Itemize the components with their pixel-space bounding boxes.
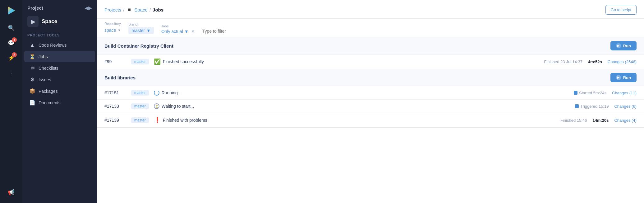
job-branch-pill[interactable]: master — [131, 59, 149, 64]
project-name: Space — [42, 18, 57, 25]
jobs-filter-clear[interactable]: ✕ — [191, 29, 195, 34]
sidebar-item-jobs[interactable]: ⏳ Jobs — [24, 51, 95, 62]
issues-icon: ⚙ — [29, 77, 35, 83]
type-filter-input[interactable] — [202, 29, 264, 34]
branch-value: master — [131, 28, 145, 33]
run-button-1[interactable]: ▶Run — [610, 73, 637, 82]
jobs-filter-value[interactable]: Only actual ▼ — [161, 29, 189, 34]
repository-label: Repository — [104, 22, 121, 26]
sidebar-toggle[interactable]: ◀▶ — [85, 5, 92, 11]
job-group-header-1: Build libraries▶Run — [97, 69, 644, 86]
sidebar-item-label: Checklists — [39, 66, 58, 71]
breadcrumb: Projects / ◾ Space / Jobs — [104, 7, 163, 13]
run-label-0: Run — [623, 44, 631, 48]
megaphone-nav-icon[interactable]: 📢 — [4, 186, 18, 199]
breadcrumb-sep-1: / — [123, 7, 124, 12]
sidebar-item-label: Documents — [39, 100, 61, 105]
running-icon — [154, 90, 159, 96]
job-group-title-1: Build libraries — [104, 75, 136, 80]
sidebar-item-issues[interactable]: ⚙ Issues — [24, 74, 95, 85]
jobs-filter-group: Jobs Only actual ▼ ✕ — [161, 24, 195, 34]
run-icon-0: ▶ — [616, 43, 621, 48]
icon-bar: 🔍 💬 1 ⚡ 2 ⋮ 📢 — [0, 0, 22, 203]
status-text: Finished with problems — [163, 118, 207, 123]
svg-marker-0 — [8, 7, 15, 15]
breadcrumb-space[interactable]: Space — [134, 7, 148, 12]
table-row: #17133master⏳Waiting to start...Triggere… — [97, 100, 644, 113]
main-content: Projects / ◾ Space / Jobs Go to script R… — [97, 0, 644, 203]
breadcrumb-projects[interactable]: Projects — [104, 7, 121, 12]
sidebar-item-code-reviews[interactable]: ▲ Code Reviews — [24, 40, 95, 51]
job-group-title-0: Build Container Registry Client — [104, 43, 173, 49]
sidebar-item-packages[interactable]: 📦 Packages — [24, 85, 95, 97]
repository-value: space — [104, 28, 116, 33]
job-status: ⏳Waiting to start... — [154, 103, 570, 109]
branch-select[interactable]: master ▼ — [128, 27, 154, 34]
job-group-header-0: Build Container Registry Client▶Run — [97, 37, 644, 54]
jobs-list: Build Container Registry Client▶Run#99ma… — [97, 37, 644, 203]
job-status: ❗Finished with problems — [154, 117, 555, 124]
sidebar: Project ◀▶ ▶ Space Project Tools ▲ Code … — [22, 0, 97, 203]
checklists-icon: ✉ — [29, 65, 35, 71]
status-text: Waiting to start... — [162, 104, 194, 109]
job-meta: Finished 23 Jul 14:374m:52sChanges (2546… — [544, 59, 637, 64]
run-button-0[interactable]: ▶Run — [610, 41, 637, 50]
project-icon: ▶ — [27, 16, 39, 27]
project-section: ▶ Space — [22, 13, 97, 32]
chat-nav-icon[interactable]: 💬 1 — [4, 36, 18, 50]
app-logo[interactable] — [4, 4, 18, 17]
go-to-script-button[interactable]: Go to script — [605, 5, 637, 15]
job-id: #17151 — [104, 90, 126, 95]
sidebar-item-label: Issues — [39, 77, 51, 82]
job-changes[interactable]: Changes (4) — [614, 118, 637, 123]
error-icon: ❗ — [154, 117, 161, 124]
status-text: Finished successfully — [163, 59, 204, 64]
sidebar-item-label: Jobs — [39, 54, 48, 59]
sidebar-item-checklists[interactable]: ✉ Checklists — [24, 62, 95, 74]
sidebar-item-documents[interactable]: 📄 Documents — [24, 97, 95, 108]
status-text: Running... — [162, 90, 182, 95]
sidebar-item-label: Packages — [39, 89, 58, 94]
job-started: Started 5m:24s — [574, 91, 606, 95]
job-status: Running... — [154, 90, 569, 96]
job-triggered: Triggered 15:19 — [575, 104, 609, 109]
table-row: #17151masterRunning...Started 5m:24sChan… — [97, 86, 644, 100]
waiting-icon: ⏳ — [154, 103, 159, 109]
job-meta: Started 5m:24sChanges (11) — [574, 91, 637, 95]
type-filter — [202, 28, 637, 34]
jobs-filter-chevron: ▼ — [184, 29, 189, 34]
packages-icon: 📦 — [29, 88, 35, 94]
job-group-1: Build libraries▶Run#17151masterRunning..… — [97, 69, 644, 128]
job-finished: Finished 23 Jul 14:37 — [544, 59, 582, 64]
job-changes[interactable]: Changes (6) — [614, 104, 637, 109]
branch-chevron: ▼ — [146, 28, 151, 33]
job-changes[interactable]: Changes (2546) — [608, 59, 637, 64]
main-header: Projects / ◾ Space / Jobs Go to script — [97, 0, 644, 19]
grid-nav-icon[interactable]: ⋮ — [4, 66, 18, 80]
job-changes[interactable]: Changes (11) — [612, 91, 637, 95]
job-duration: 14m:20s — [592, 118, 609, 123]
section-label: Project Tools — [22, 32, 97, 40]
run-label-1: Run — [623, 75, 631, 80]
search-nav-icon[interactable]: 🔍 — [4, 21, 18, 35]
filters-row: Repository space ▼ Branch master ▼ Jobs … — [97, 19, 644, 37]
lightning-badge: 2 — [12, 52, 17, 57]
success-icon: ✅ — [154, 58, 161, 65]
job-finished: Finished 15:46 — [560, 118, 587, 123]
code-reviews-icon: ▲ — [29, 42, 35, 48]
chat-badge: 1 — [12, 37, 17, 42]
repository-filter: Repository space ▼ — [104, 22, 121, 34]
job-duration: 4m:52s — [588, 59, 602, 64]
run-icon-1: ▶ — [616, 75, 621, 80]
lightning-nav-icon[interactable]: ⚡ 2 — [4, 51, 18, 65]
table-row: #99master✅Finished successfullyFinished … — [97, 54, 644, 69]
job-branch-pill[interactable]: master — [131, 117, 149, 123]
repository-select[interactable]: space ▼ — [104, 26, 121, 34]
branch-filter: Branch master ▼ — [128, 22, 154, 34]
job-id: #17133 — [104, 104, 126, 109]
job-branch-pill[interactable]: master — [131, 90, 149, 96]
space-icon: ◾ — [126, 7, 132, 13]
documents-icon: 📄 — [29, 100, 35, 106]
sidebar-header: Project ◀▶ — [22, 0, 97, 13]
job-branch-pill[interactable]: master — [131, 103, 149, 109]
